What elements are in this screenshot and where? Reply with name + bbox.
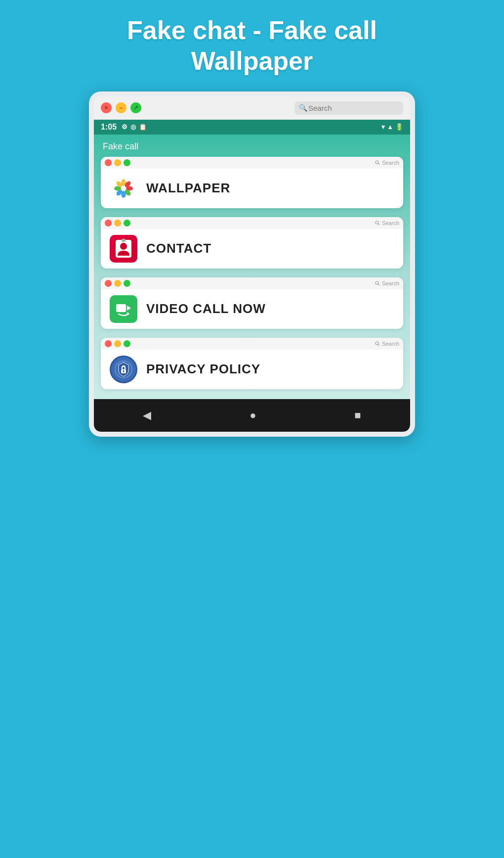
contact-card[interactable]: Search CON bbox=[101, 217, 403, 269]
search-input[interactable] bbox=[294, 101, 403, 115]
card-topbar-privacy: Search bbox=[101, 338, 403, 350]
battery-icon: 🔋 bbox=[395, 123, 403, 131]
card-search-wallpaper: Search bbox=[375, 160, 399, 166]
contact-label: CONTACT bbox=[146, 241, 211, 256]
card-topbar-video: Search bbox=[101, 277, 403, 289]
card-topbar-contact: Search bbox=[101, 217, 403, 229]
contact-icon bbox=[110, 235, 137, 263]
search-wrapper: 🔍 bbox=[294, 101, 403, 115]
svg-point-15 bbox=[120, 243, 127, 250]
search-icon: 🔍 bbox=[299, 104, 307, 112]
svg-rect-20 bbox=[116, 304, 126, 312]
mac-topbar: × – 🔍 bbox=[94, 96, 410, 120]
card-maximize-contact bbox=[124, 220, 130, 226]
wallpaper-icon bbox=[110, 175, 137, 202]
card-body-wallpaper: WALLPAPER bbox=[101, 169, 403, 208]
card-minimize-video bbox=[114, 280, 121, 287]
settings-icon: ⚙ bbox=[122, 123, 127, 131]
card-minimize-contact bbox=[114, 220, 121, 226]
app-title: Fake chat - Fake call Wallpaper bbox=[127, 15, 377, 77]
fake-call-label: Fake call bbox=[94, 135, 410, 157]
svg-line-24 bbox=[378, 344, 380, 346]
phone-screen: 1:05 ⚙ ◎ 📋 ▾ ▲ 🔋 Fake call bbox=[94, 120, 410, 432]
signal-icon: ▲ bbox=[387, 123, 393, 131]
status-icons: ⚙ ◎ 📋 bbox=[122, 123, 147, 131]
card-close-contact bbox=[105, 220, 112, 226]
card-minimize-privacy bbox=[114, 340, 121, 347]
card-maximize-wallpaper bbox=[124, 159, 130, 166]
svg-line-1 bbox=[378, 163, 380, 165]
privacy-icon bbox=[110, 356, 137, 383]
hotspot-icon: ◎ bbox=[130, 123, 136, 131]
svg-point-11 bbox=[376, 221, 378, 224]
card-search-privacy: Search bbox=[375, 341, 399, 347]
card-minimize-wallpaper bbox=[114, 159, 121, 166]
wallpaper-label: WALLPAPER bbox=[146, 181, 230, 196]
phone-nav-bar: ◀ ● ■ bbox=[94, 399, 410, 432]
device-frame: × – 🔍 1:05 ⚙ ◎ 📋 ▾ ▲ 🔋 Fake call bbox=[89, 91, 415, 437]
mac-minimize-button[interactable]: – bbox=[116, 102, 126, 113]
svg-point-0 bbox=[376, 161, 378, 164]
card-body-privacy: PRIVACY POLICY bbox=[101, 350, 403, 389]
card-maximize-privacy bbox=[124, 340, 130, 347]
svg-rect-29 bbox=[123, 371, 124, 372]
svg-point-23 bbox=[376, 342, 378, 345]
nav-back-button[interactable]: ◀ bbox=[133, 406, 161, 425]
card-search-video: Search bbox=[375, 280, 399, 286]
svg-point-17 bbox=[376, 281, 378, 284]
wifi-icon: ▾ bbox=[381, 123, 385, 131]
video-call-card[interactable]: Search V bbox=[101, 277, 403, 329]
card-close-wallpaper bbox=[105, 159, 112, 166]
nav-recent-button[interactable]: ■ bbox=[344, 406, 371, 425]
video-icon bbox=[110, 295, 137, 323]
nav-home-button[interactable]: ● bbox=[240, 406, 266, 425]
card-topbar-wallpaper: Search bbox=[101, 157, 403, 169]
privacy-label: PRIVACY POLICY bbox=[146, 361, 260, 377]
privacy-card[interactable]: Search bbox=[101, 338, 403, 389]
menu-list: Search bbox=[94, 157, 410, 399]
status-time: 1:05 bbox=[101, 123, 117, 132]
mac-maximize-button[interactable] bbox=[130, 102, 141, 113]
svg-rect-16 bbox=[122, 239, 126, 242]
clipboard-icon: 📋 bbox=[139, 123, 147, 131]
svg-line-18 bbox=[378, 284, 380, 285]
card-maximize-video bbox=[124, 280, 130, 287]
svg-point-10 bbox=[121, 186, 126, 191]
card-search-contact: Search bbox=[375, 220, 399, 226]
status-bar: 1:05 ⚙ ◎ 📋 ▾ ▲ 🔋 bbox=[94, 120, 410, 135]
card-close-privacy bbox=[105, 340, 112, 347]
video-call-label: VIDEO CALL NOW bbox=[146, 301, 266, 316]
card-body-contact: CONTACT bbox=[101, 229, 403, 269]
wallpaper-card[interactable]: Search bbox=[101, 157, 403, 208]
mac-close-button[interactable]: × bbox=[101, 102, 112, 113]
card-body-video: VIDEO CALL NOW bbox=[101, 289, 403, 329]
right-status-icons: ▾ ▲ 🔋 bbox=[381, 123, 403, 131]
card-close-video bbox=[105, 280, 112, 287]
svg-line-12 bbox=[378, 224, 380, 225]
